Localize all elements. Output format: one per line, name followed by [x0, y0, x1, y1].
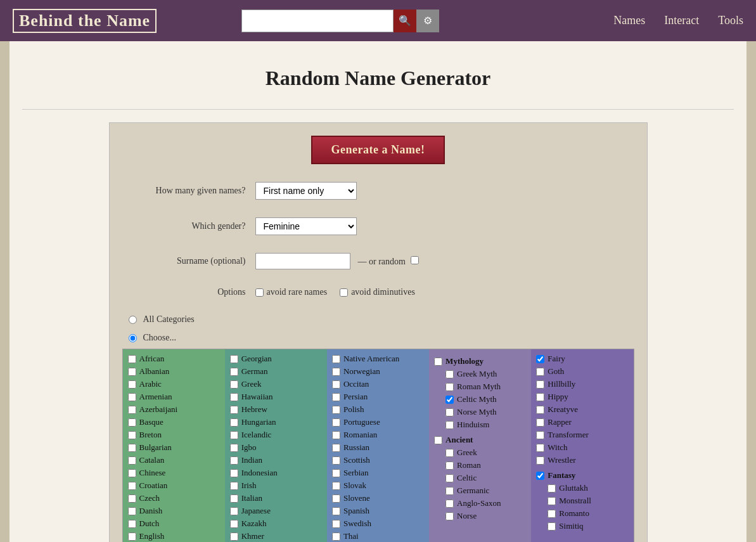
category-checkbox-occitan[interactable] [332, 380, 340, 389]
category-label: Wrestler [548, 455, 575, 465]
category-checkbox-indonesian[interactable] [230, 469, 238, 477]
category-checkbox-hillbilly[interactable] [536, 380, 544, 389]
list-item: African [128, 352, 220, 365]
category-checkbox-thai[interactable] [332, 532, 340, 541]
category-checkbox-fairy[interactable] [536, 355, 544, 363]
list-item: Hawaiian [230, 390, 322, 403]
all-categories-radio[interactable] [129, 316, 137, 324]
category-checkbox-kazakh[interactable] [230, 520, 238, 528]
category-checkbox-anglo-saxon[interactable] [445, 500, 454, 508]
category-checkbox-witch[interactable] [536, 444, 544, 452]
avoid-dim-checkbox[interactable] [340, 288, 348, 297]
category-checkbox-japanese[interactable] [230, 507, 238, 515]
search-button[interactable]: 🔍 [394, 10, 416, 32]
category-checkbox-breton[interactable] [128, 431, 136, 439]
category-checkbox-dutch[interactable] [128, 520, 136, 528]
category-checkbox-portuguese[interactable] [332, 418, 340, 427]
site-logo[interactable]: Behind the Name [13, 9, 157, 33]
category-checkbox-armenian[interactable] [128, 393, 136, 401]
category-checkbox-goth[interactable] [536, 368, 544, 376]
list-item: Arabic [128, 378, 220, 390]
category-checkbox-greek[interactable] [445, 449, 454, 457]
category-checkbox-greek[interactable] [230, 380, 238, 389]
category-checkbox-azerbaijani[interactable] [128, 406, 136, 414]
category-checkbox-native-american[interactable] [332, 355, 340, 363]
category-checkbox-gluttakh[interactable] [548, 484, 556, 493]
category-checkbox-italian[interactable] [230, 494, 238, 503]
category-checkbox-serbian[interactable] [332, 469, 340, 477]
category-checkbox-croatian[interactable] [128, 482, 136, 490]
category-checkbox-roman-myth[interactable] [445, 383, 454, 391]
category-checkbox-rapper[interactable] [536, 418, 544, 427]
category-checkbox-catalan[interactable] [128, 456, 136, 465]
category-checkbox-khmer[interactable] [230, 532, 238, 541]
category-checkbox-bulgarian[interactable] [128, 444, 136, 452]
category-checkbox-scottish[interactable] [332, 456, 340, 465]
category-checkbox-hinduism[interactable] [445, 421, 454, 429]
category-checkbox-basque[interactable] [128, 418, 136, 427]
category-checkbox-simitiq[interactable] [548, 522, 556, 531]
search-input[interactable] [241, 10, 394, 32]
category-checkbox-czech[interactable] [128, 494, 136, 503]
section-checkbox[interactable] [536, 472, 544, 480]
category-checkbox-hippy[interactable] [536, 393, 544, 401]
category-checkbox-english[interactable] [128, 532, 136, 541]
category-checkbox-greek-myth[interactable] [445, 370, 454, 378]
category-checkbox-icelandic[interactable] [230, 431, 238, 439]
category-checkbox-hungarian[interactable] [230, 418, 238, 427]
category-checkbox-norwegian[interactable] [332, 368, 340, 376]
category-checkbox-swedish[interactable] [332, 520, 340, 528]
category-checkbox-roman[interactable] [445, 461, 454, 470]
category-checkbox-celtic-myth[interactable] [445, 396, 454, 404]
category-checkbox-chinese[interactable] [128, 469, 136, 477]
category-checkbox-danish[interactable] [128, 507, 136, 515]
category-checkbox-kreatyve[interactable] [536, 406, 544, 414]
category-checkbox-russian[interactable] [332, 444, 340, 452]
list-item: Swedish [332, 517, 424, 530]
categories-area: AfricanAlbanianArabicArmenianAzerbaijani… [122, 349, 634, 542]
category-checkbox-german[interactable] [230, 368, 238, 376]
category-checkbox-albanian[interactable] [128, 368, 136, 376]
category-checkbox-slovak[interactable] [332, 482, 340, 490]
category-checkbox-georgian[interactable] [230, 355, 238, 363]
category-checkbox-celtic[interactable] [445, 474, 454, 482]
category-checkbox-norse-myth[interactable] [445, 408, 454, 416]
nav-names[interactable]: Names [613, 14, 645, 27]
category-label: Anglo-Saxon [457, 498, 501, 508]
category-checkbox-romanto[interactable] [548, 510, 556, 518]
or-random-checkbox[interactable] [411, 256, 419, 264]
category-checkbox-slovene[interactable] [332, 494, 340, 503]
category-checkbox-romanian[interactable] [332, 431, 340, 439]
section-checkbox[interactable] [434, 358, 442, 366]
category-checkbox-polish[interactable] [332, 406, 340, 414]
category-checkbox-norse[interactable] [445, 512, 454, 520]
category-checkbox-hawaiian[interactable] [230, 393, 238, 401]
settings-button[interactable]: ⚙ [416, 10, 439, 32]
category-checkbox-hebrew[interactable] [230, 406, 238, 414]
generate-button[interactable]: Generate a Name! [311, 136, 445, 164]
category-checkbox-igbo[interactable] [230, 444, 238, 452]
category-checkbox-germanic[interactable] [445, 487, 454, 495]
category-checkbox-african[interactable] [128, 355, 136, 363]
list-item: Hippy [536, 390, 628, 403]
main-content: Random Name Generator Generate a Name! H… [10, 41, 746, 542]
choose-radio[interactable] [129, 334, 137, 342]
gender-select[interactable]: Feminine Masculine Either [255, 217, 357, 235]
list-item: Norse Myth [434, 406, 526, 418]
category-checkbox-persian[interactable] [332, 393, 340, 401]
section-checkbox[interactable] [434, 436, 442, 444]
category-label: Icelandic [241, 430, 272, 440]
nav-interact[interactable]: Interact [664, 14, 699, 27]
avoid-rare-checkbox[interactable] [255, 288, 264, 297]
category-checkbox-wrestler[interactable] [536, 456, 544, 465]
category-checkbox-spanish[interactable] [332, 507, 340, 515]
surname-input[interactable] [255, 253, 350, 269]
category-checkbox-monstrall[interactable] [548, 497, 556, 505]
category-checkbox-irish[interactable] [230, 482, 238, 490]
given-names-select[interactable]: First name only First and middle Two mid… [255, 182, 357, 200]
category-label: German [241, 366, 268, 377]
category-checkbox-arabic[interactable] [128, 380, 136, 389]
category-checkbox-indian[interactable] [230, 456, 238, 465]
category-checkbox-transformer[interactable] [536, 431, 544, 439]
nav-tools[interactable]: Tools [718, 14, 743, 27]
